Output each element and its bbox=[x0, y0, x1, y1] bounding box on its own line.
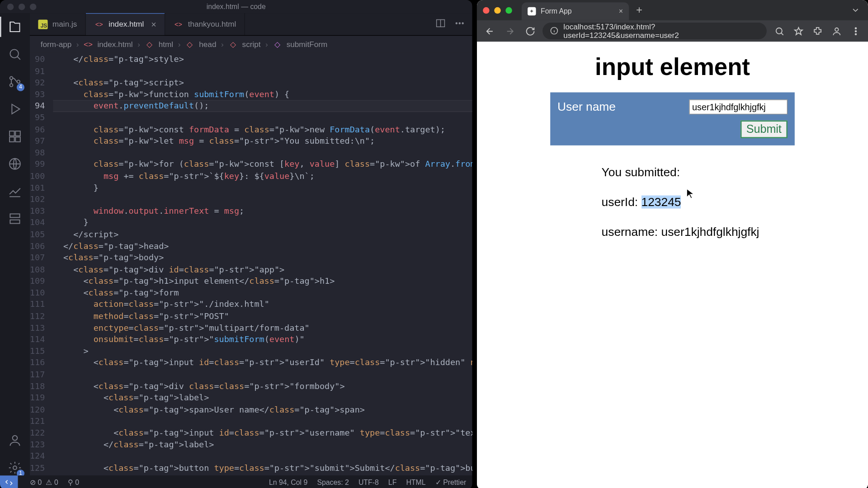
form-body: User name Submit bbox=[550, 92, 795, 145]
reload-button[interactable] bbox=[522, 23, 538, 38]
close-icon[interactable]: × bbox=[619, 7, 623, 15]
traffic-close[interactable] bbox=[483, 7, 490, 14]
expand-icon[interactable] bbox=[849, 4, 862, 17]
svg-rect-10 bbox=[10, 220, 19, 224]
url-text: localhost:5173/index.html?userId=123245&… bbox=[563, 22, 760, 40]
tab-thankyou-html[interactable]: <> thankyou.html bbox=[165, 13, 245, 35]
crumb[interactable]: form-app bbox=[41, 40, 72, 49]
status-bar: ⊘ 0 ⚠ 0 ⚲ 0 Ln 94, Col 9 Spaces: 2 UTF-8… bbox=[0, 475, 472, 488]
profile-icon[interactable] bbox=[829, 23, 844, 38]
vscode-window: index.html — code 4 1 JS m bbox=[0, 0, 472, 488]
page-content: input element User name Submit You submi… bbox=[477, 42, 868, 488]
tab-label: index.html bbox=[108, 20, 144, 29]
forward-button[interactable] bbox=[502, 23, 517, 38]
crumb[interactable]: head bbox=[199, 40, 216, 49]
svg-point-1 bbox=[10, 76, 13, 80]
tab-title: Form App bbox=[541, 7, 572, 15]
js-file-icon: JS bbox=[38, 19, 47, 29]
selected-text: 123245 bbox=[642, 196, 681, 209]
stacks-icon[interactable] bbox=[7, 211, 23, 226]
window-title: index.html — code bbox=[0, 2, 472, 10]
svg-point-15 bbox=[459, 22, 460, 23]
extensions-icon[interactable] bbox=[7, 129, 23, 144]
source-control-icon[interactable]: 4 bbox=[7, 74, 23, 89]
html-file-icon: <> bbox=[174, 19, 183, 29]
svg-point-2 bbox=[10, 84, 13, 87]
bookmark-icon[interactable] bbox=[791, 23, 806, 38]
explorer-icon[interactable] bbox=[7, 19, 23, 34]
output-text: You submitted: userId: 123245 username: … bbox=[550, 150, 795, 254]
traffic-min[interactable] bbox=[494, 7, 501, 14]
activity-bar: 4 1 bbox=[0, 13, 30, 475]
symbol-icon: ◇ bbox=[185, 40, 194, 49]
svg-rect-9 bbox=[10, 214, 19, 217]
username-input[interactable] bbox=[689, 99, 788, 114]
crumb[interactable]: html bbox=[159, 40, 173, 49]
browser-tab[interactable]: ✦ Form App × bbox=[522, 2, 629, 20]
html-file-icon: <> bbox=[84, 40, 93, 49]
back-button[interactable] bbox=[482, 23, 497, 38]
vscode-titlebar: index.html — code bbox=[0, 0, 472, 13]
browser-toolbar: localhost:5173/index.html?userId=123245&… bbox=[477, 20, 868, 42]
html-file-icon: <> bbox=[94, 19, 104, 29]
status-language[interactable]: HTML bbox=[406, 479, 425, 487]
browser-window: ✦ Form App × + localhost:5173/index.html… bbox=[477, 0, 868, 488]
crumb[interactable]: index.html bbox=[97, 40, 132, 49]
extensions-icon[interactable] bbox=[810, 23, 825, 38]
status-cursor[interactable]: Ln 94, Col 9 bbox=[269, 479, 307, 487]
tab-main-js[interactable]: JS main.js bbox=[30, 13, 86, 35]
close-icon[interactable]: × bbox=[151, 19, 156, 29]
status-encoding[interactable]: UTF-8 bbox=[359, 479, 379, 487]
scm-badge: 4 bbox=[17, 84, 24, 91]
symbol-icon: ◇ bbox=[228, 40, 237, 49]
remote-indicator[interactable] bbox=[0, 475, 18, 488]
svg-point-11 bbox=[13, 436, 18, 441]
tab-label: main.js bbox=[52, 20, 77, 29]
run-debug-icon[interactable] bbox=[7, 101, 23, 117]
svg-point-3 bbox=[17, 80, 20, 83]
account-icon[interactable] bbox=[7, 432, 23, 448]
svg-point-18 bbox=[776, 28, 782, 33]
line-gutter: 9091929394959697989910010110210310410510… bbox=[30, 52, 53, 475]
svg-point-12 bbox=[13, 466, 17, 469]
svg-rect-5 bbox=[15, 131, 20, 136]
code-area[interactable]: </class="p-tag">style> <class="p-tag">sc… bbox=[53, 52, 472, 475]
new-tab-button[interactable]: + bbox=[632, 1, 646, 19]
site-info-icon[interactable] bbox=[550, 26, 559, 36]
crumb[interactable]: script bbox=[242, 40, 261, 49]
tab-index-html[interactable]: <> index.html × bbox=[86, 13, 165, 35]
symbol-icon: ◇ bbox=[273, 40, 282, 49]
svg-point-22 bbox=[855, 33, 856, 35]
username-label: User name bbox=[557, 100, 616, 114]
status-ports[interactable]: ⚲ 0 bbox=[68, 479, 79, 487]
favicon-icon: ✦ bbox=[528, 7, 536, 15]
symbol-icon: ◇ bbox=[145, 40, 154, 49]
svg-point-0 bbox=[10, 49, 18, 57]
address-bar[interactable]: localhost:5173/index.html?userId=123245&… bbox=[542, 23, 767, 39]
breadcrumb[interactable]: form-app› <> index.html› ◇ html› ◇ head›… bbox=[30, 36, 472, 52]
status-eol[interactable]: LF bbox=[388, 479, 396, 487]
page-heading: input element bbox=[477, 54, 868, 80]
browser-tabstrip: ✦ Form App × + bbox=[477, 0, 868, 20]
code-editor[interactable]: 9091929394959697989910010110210310410510… bbox=[30, 52, 472, 475]
settings-gear-icon[interactable]: 1 bbox=[7, 460, 23, 475]
status-spaces[interactable]: Spaces: 2 bbox=[317, 479, 349, 487]
svg-rect-7 bbox=[15, 137, 20, 142]
search-icon[interactable] bbox=[7, 47, 23, 62]
status-problems[interactable]: ⊘ 0 ⚠ 0 bbox=[30, 479, 58, 487]
submit-button[interactable]: Submit bbox=[741, 120, 788, 138]
zoom-icon[interactable] bbox=[771, 23, 787, 38]
split-editor-icon[interactable] bbox=[435, 18, 446, 31]
remote-icon[interactable] bbox=[7, 156, 23, 171]
window-controls[interactable] bbox=[483, 7, 512, 14]
traffic-max[interactable] bbox=[505, 7, 512, 14]
timeline-icon[interactable] bbox=[7, 183, 23, 199]
editor-tabs: JS main.js <> index.html × <> thankyou.h… bbox=[30, 13, 472, 36]
crumb[interactable]: submitForm bbox=[287, 40, 327, 49]
svg-rect-4 bbox=[9, 131, 14, 136]
svg-point-16 bbox=[462, 22, 463, 23]
status-formatter[interactable]: ✓ Prettier bbox=[435, 479, 467, 487]
menu-icon[interactable] bbox=[848, 23, 863, 38]
more-icon[interactable] bbox=[454, 18, 465, 31]
tab-label: thankyou.html bbox=[188, 20, 236, 29]
